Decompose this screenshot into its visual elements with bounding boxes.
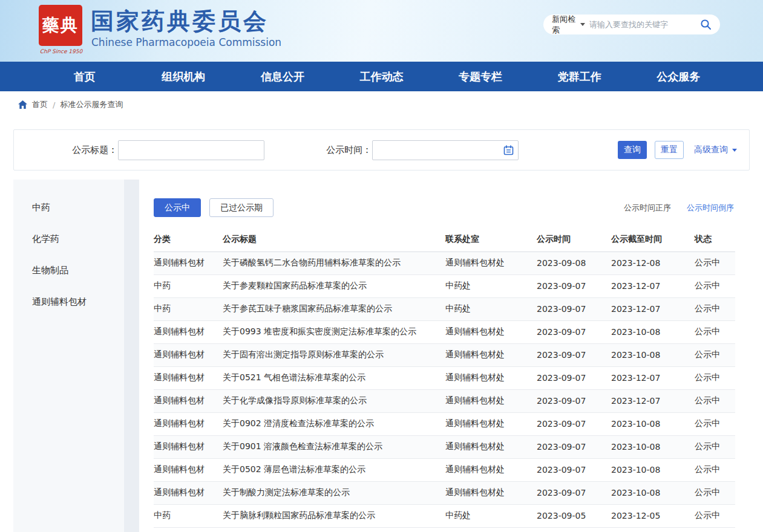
cell-title[interactable]: 关于0993 堆密度和振实密度测定法标准草案的公示 (223, 320, 445, 343)
nav-item[interactable]: 信息公开 (233, 62, 332, 91)
cell-title[interactable]: 关于参麦颗粒国家药品标准草案的公示 (223, 274, 445, 297)
cell-category: 通则辅料包材 (154, 320, 223, 343)
sidebar-item[interactable]: 通则辅料包材 (13, 286, 124, 317)
table-row: 通则辅料包材 关于制酸力测定法标准草案的公示 通则辅料包材处 2023-09-0… (154, 481, 735, 504)
page: 藥典 ChP Since 1950 国家药典委员会 Chinese Pharma… (0, 0, 763, 532)
cell-status[interactable]: 公示中 (695, 435, 735, 458)
filter-title-input[interactable] (118, 140, 264, 160)
cell-category: 通则辅料包材 (154, 481, 223, 504)
cell-status[interactable]: 公示中 (695, 320, 735, 343)
cell-title[interactable]: 关于0502 薄层色谱法标准草案的公示 (223, 458, 445, 481)
tab-expired[interactable]: 已过公示期 (209, 198, 273, 217)
table-row: 通则辅料包材 关于0902 澄清度检查法标准草案的公示 通则辅料包材处 2023… (154, 412, 735, 435)
cell-status[interactable]: 公示中 (695, 251, 735, 274)
nav-item[interactable]: 专题专栏 (431, 62, 530, 91)
cell-title[interactable]: 关于参芪五味子糖浆国家药品标准草案的公示 (223, 297, 445, 320)
nav-item[interactable]: 工作动态 (332, 62, 431, 91)
cell-title[interactable]: 关于0901 溶液颜色检查法标准草案的公示 (223, 435, 445, 458)
breadcrumb-home[interactable]: 首页 (32, 99, 48, 110)
cell-category: 中药 (154, 297, 223, 320)
cell-status[interactable]: 公示中 (695, 389, 735, 412)
cell-status[interactable]: 公示中 (695, 412, 735, 435)
cell-title[interactable]: 关于0521 气相色谱法标准草案的公示 (223, 366, 445, 389)
table-row: 通则辅料包材 关于0521 气相色谱法标准草案的公示 通则辅料包材处 2023-… (154, 366, 735, 389)
cell-start-date: 2023-09-07 (537, 366, 611, 389)
sidebar-item[interactable]: 化学药 (13, 223, 124, 255)
advanced-search-button[interactable]: 高级查询 (694, 144, 737, 155)
cell-start-date: 2023-09-05 (537, 504, 611, 527)
cell-title[interactable]: 关于固有溶出测定指导原则标准草案的公示 (223, 343, 445, 366)
cell-category: 通则辅料包材 (154, 435, 223, 458)
table-row: 中药 关于参芪五味子糖浆国家药品标准草案的公示 中药处 2023-09-07 2… (154, 297, 735, 320)
cell-title[interactable]: 关于化学成像指导原则标准草案的公示 (223, 389, 445, 412)
cell-start-date: 2023-09-07 (537, 320, 611, 343)
logo-caption: ChP Since 1950 (35, 48, 87, 54)
reset-button[interactable]: 重置 (655, 141, 684, 159)
cell-office: 中药处 (445, 274, 537, 297)
category-sidebar: 中药 化学药 生物制品 通则辅料包材 (13, 180, 124, 532)
cell-office: 通则辅料包材处 (445, 458, 537, 481)
column-header: 公示标题 (223, 227, 445, 251)
sort-ascending-link[interactable]: 公示时间正序 (624, 203, 671, 213)
breadcrumb: 首页 / 标准公示服务查询 (0, 91, 763, 118)
cell-title[interactable]: 关于磷酸氢钙二水合物药用辅料标准草案的公示 (223, 251, 445, 274)
cell-start-date: 2023-09-07 (537, 458, 611, 481)
calendar-icon[interactable] (503, 145, 514, 155)
column-header: 联系处室 (445, 227, 537, 251)
nav-item[interactable]: 公众服务 (629, 62, 728, 91)
table-row: 中药 关于脑脉利颗粒国家药品标准草案的公示 中药处 2023-09-05 202… (154, 504, 735, 527)
cell-status[interactable]: 公示中 (695, 297, 735, 320)
cell-end-date: 2023-12-08 (611, 251, 695, 274)
cell-status[interactable]: 公示中 (695, 274, 735, 297)
cell-status[interactable]: 公示中 (695, 481, 735, 504)
cell-title[interactable]: 关于脑脉利颗粒国家药品标准草案的公示 (223, 504, 445, 527)
table-header: 分类 公示标题 联系处室 公示时间 公示截至时间 状态 (154, 227, 735, 251)
table-row: 中药 关于参麦颗粒国家药品标准草案的公示 中药处 2023-09-07 2023… (154, 274, 735, 297)
nav-item[interactable]: 首页 (35, 62, 134, 91)
cell-category: 通则辅料包材 (154, 366, 223, 389)
home-icon[interactable] (18, 100, 27, 109)
sidebar-item[interactable]: 中药 (13, 192, 124, 223)
cell-start-date: 2023-09-07 (537, 481, 611, 504)
cell-category: 中药 (154, 504, 223, 527)
announcement-panel: 公示中 已过公示期 公示时间正序 公示时间倒序 分类 公示标题 联系处室 公示时… (139, 180, 750, 532)
cell-office: 通则辅料包材处 (445, 366, 537, 389)
search-icon[interactable] (700, 19, 712, 30)
filter-time-field (372, 140, 519, 160)
cell-start-date: 2023-09-08 (537, 251, 611, 274)
breadcrumb-separator: / (53, 100, 55, 109)
cell-start-date: 2023-09-07 (537, 274, 611, 297)
cell-office: 通则辅料包材处 (445, 389, 537, 412)
content-area: 中药 化学药 生物制品 通则辅料包材 公示中 已过公示期 公示时间正序 公示时间… (13, 180, 750, 532)
filter-time-input[interactable] (372, 140, 519, 160)
cell-start-date: 2023-09-07 (537, 297, 611, 320)
cell-end-date: 2023-10-08 (611, 343, 695, 366)
sidebar-item[interactable]: 生物制品 (13, 255, 124, 286)
cell-category: 通则辅料包材 (154, 251, 223, 274)
cell-end-date: 2023-10-08 (611, 458, 695, 481)
cell-office: 通则辅料包材处 (445, 343, 537, 366)
search-category-select[interactable]: 新闻检索 (552, 14, 585, 36)
cell-title[interactable]: 关于0902 澄清度检查法标准草案的公示 (223, 412, 445, 435)
tab-in-progress[interactable]: 公示中 (154, 198, 201, 217)
cell-status[interactable]: 公示中 (695, 366, 735, 389)
cell-start-date: 2023-09-07 (537, 435, 611, 458)
query-button[interactable]: 查询 (618, 141, 647, 159)
cell-status[interactable]: 公示中 (695, 343, 735, 366)
cell-status[interactable]: 公示中 (695, 504, 735, 527)
cell-end-date: 2023-10-08 (611, 435, 695, 458)
column-header: 公示截至时间 (611, 227, 695, 251)
cell-start-date: 2023-09-07 (537, 343, 611, 366)
cell-title[interactable]: 关于制酸力测定法标准草案的公示 (223, 481, 445, 504)
column-header: 分类 (154, 227, 223, 251)
cell-status[interactable]: 公示中 (695, 458, 735, 481)
cell-office: 通则辅料包材处 (445, 251, 537, 274)
search-input[interactable] (589, 20, 696, 29)
nav-item[interactable]: 组织机构 (134, 62, 234, 91)
cell-office: 中药处 (445, 297, 537, 320)
cell-office: 通则辅料包材处 (445, 435, 537, 458)
nav-item[interactable]: 党群工作 (530, 62, 629, 91)
sort-descending-link[interactable]: 公示时间倒序 (687, 203, 734, 213)
logo-seal: 藥典 (39, 5, 82, 46)
column-header: 状态 (695, 227, 735, 251)
